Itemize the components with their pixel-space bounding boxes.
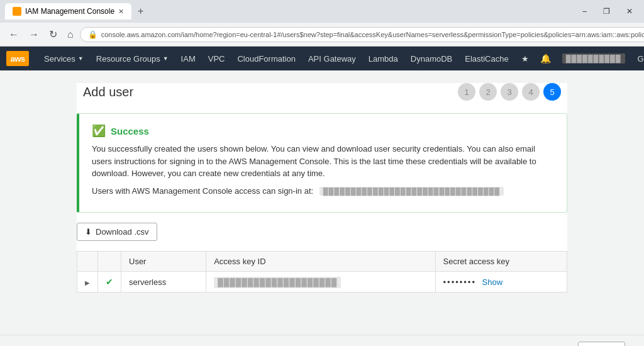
table-row: ▶ ✔ serverless ████████████████████ ••••… bbox=[77, 272, 567, 293]
back-button[interactable]: ← bbox=[5, 26, 23, 43]
services-label: Services bbox=[44, 54, 75, 64]
signin-info: Users with AWS Management Console access… bbox=[92, 185, 554, 198]
step-3: 3 bbox=[501, 83, 518, 101]
show-secret-link[interactable]: Show bbox=[482, 277, 503, 287]
col-check bbox=[98, 252, 121, 272]
secret-key-cell: •••••••• Show bbox=[435, 272, 567, 293]
nav-right: 🔔 ██████████ Global ▼ Support ▼ bbox=[535, 47, 644, 70]
col-secret-header: Secret access key bbox=[435, 252, 567, 272]
access-key-cell: ████████████████████ bbox=[206, 272, 435, 293]
aws-navbar: aws Services ▼ Resource Groups ▼ IAM VPC… bbox=[0, 47, 644, 70]
username-cell: serverless bbox=[121, 272, 206, 293]
page-footer: Close bbox=[0, 335, 644, 346]
iam-label: IAM bbox=[181, 54, 196, 64]
elasticache-nav[interactable]: ElastiCache bbox=[458, 47, 514, 70]
success-check-icon: ✅ bbox=[92, 124, 106, 138]
col-access-key-header: Access key ID bbox=[206, 252, 435, 272]
services-nav[interactable]: Services ▼ bbox=[38, 47, 90, 70]
url-bar[interactable]: 🔒 console.aws.amazon.com/iam/home?region… bbox=[80, 27, 644, 42]
aws-logo[interactable]: aws bbox=[6, 51, 35, 66]
minimize-button[interactable]: – bbox=[576, 4, 593, 18]
cloudformation-label: CloudFormation bbox=[237, 54, 296, 64]
success-title: Success bbox=[111, 126, 149, 137]
success-panel: ✅ Success You successfully created the u… bbox=[77, 113, 567, 213]
main-area: Add user 1 2 3 4 5 bbox=[77, 83, 567, 293]
success-header: ✅ Success bbox=[92, 124, 554, 138]
browser-chrome: IAM Management Console ✕ + – ❐ ✕ bbox=[0, 0, 644, 23]
tab-title: IAM Management Console bbox=[25, 7, 114, 16]
lambda-label: Lambda bbox=[369, 54, 398, 64]
download-icon: ⬇ bbox=[85, 227, 92, 237]
services-caret: ▼ bbox=[78, 55, 84, 62]
bell-icon[interactable]: 🔔 bbox=[535, 47, 556, 70]
close-window-button[interactable]: ✕ bbox=[620, 4, 639, 18]
download-csv-button[interactable]: ⬇ Download .csv bbox=[77, 223, 157, 241]
lock-icon: 🔒 bbox=[88, 30, 97, 39]
col-user-header: User bbox=[121, 252, 206, 272]
row-expand[interactable]: ▶ bbox=[77, 272, 98, 293]
aws-logo-text: aws bbox=[10, 54, 25, 64]
global-nav[interactable]: Global ▼ bbox=[631, 47, 644, 70]
new-tab-button[interactable]: + bbox=[135, 6, 146, 17]
access-key-value: ████████████████████ bbox=[214, 277, 341, 288]
vpc-label: VPC bbox=[208, 54, 225, 64]
user-check-icon: ✔ bbox=[106, 277, 113, 287]
resource-groups-label: Resource Groups bbox=[96, 54, 160, 64]
home-button[interactable]: ⌂ bbox=[64, 26, 77, 43]
resource-groups-caret: ▼ bbox=[163, 55, 169, 62]
success-message: You successfully created the users shown… bbox=[92, 143, 554, 180]
steps-indicator: 1 2 3 4 5 bbox=[458, 83, 561, 101]
tab-favicon bbox=[13, 7, 21, 16]
forward-button[interactable]: → bbox=[25, 26, 43, 43]
page-header: Add user 1 2 3 4 5 bbox=[77, 83, 567, 101]
step-5: 5 bbox=[543, 83, 561, 101]
dynamodb-label: DynamoDB bbox=[411, 54, 452, 64]
api-gateway-nav[interactable]: API Gateway bbox=[302, 47, 362, 70]
browser-tab[interactable]: IAM Management Console ✕ bbox=[5, 3, 131, 20]
row-check: ✔ bbox=[98, 272, 121, 293]
tab-close-icon[interactable]: ✕ bbox=[118, 8, 124, 16]
browser-controls: ← → ↻ ⌂ 🔒 console.aws.amazon.com/iam/hom… bbox=[0, 23, 644, 47]
elasticache-label: ElastiCache bbox=[465, 54, 508, 64]
username: serverless bbox=[129, 277, 166, 287]
cloudformation-nav[interactable]: CloudFormation bbox=[231, 47, 302, 70]
step-4: 4 bbox=[522, 83, 540, 101]
expand-arrow-icon[interactable]: ▶ bbox=[85, 279, 90, 286]
download-label: Download .csv bbox=[96, 227, 149, 237]
col-expand bbox=[77, 252, 98, 272]
vpc-nav[interactable]: VPC bbox=[202, 47, 231, 70]
step-1: 1 bbox=[458, 83, 475, 101]
credentials-table: User Access key ID Secret access key ▶ ✔… bbox=[77, 251, 567, 293]
iam-nav[interactable]: IAM bbox=[175, 47, 202, 70]
lambda-nav[interactable]: Lambda bbox=[362, 47, 404, 70]
dynamodb-nav[interactable]: DynamoDB bbox=[404, 47, 458, 70]
secret-masked: •••••••• bbox=[443, 277, 476, 287]
resource-groups-nav[interactable]: Resource Groups ▼ bbox=[90, 47, 175, 70]
page-title: Add user bbox=[83, 85, 133, 99]
url-text: console.aws.amazon.com/iam/home?region=e… bbox=[101, 31, 644, 38]
global-label: Global bbox=[638, 54, 644, 64]
maximize-button[interactable]: ❐ bbox=[597, 4, 616, 18]
account-id: ██████████ bbox=[562, 53, 625, 64]
reload-button[interactable]: ↻ bbox=[45, 26, 61, 43]
account-nav[interactable]: ██████████ bbox=[556, 47, 631, 70]
api-gateway-label: API Gateway bbox=[308, 54, 356, 64]
pin-icon[interactable]: ★ bbox=[515, 47, 535, 70]
page-content: Add user 1 2 3 4 5 bbox=[0, 70, 644, 335]
close-page-button[interactable]: Close bbox=[578, 342, 625, 346]
signin-url: ████████████████████████████████ bbox=[319, 187, 504, 196]
signin-label: Users with AWS Management Console access… bbox=[92, 186, 313, 196]
aws-logo-box: aws bbox=[6, 51, 29, 66]
table-header-row: User Access key ID Secret access key bbox=[77, 252, 567, 272]
step-2: 2 bbox=[479, 83, 497, 101]
